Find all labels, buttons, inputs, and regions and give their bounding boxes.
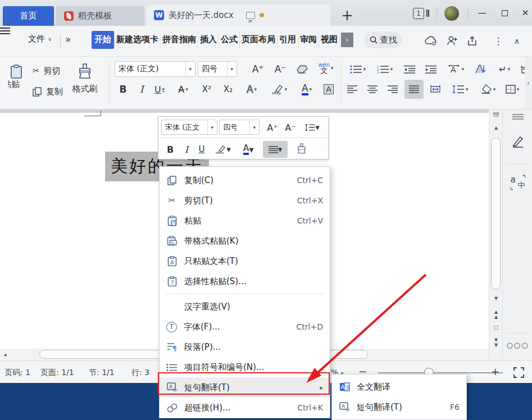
ribbon-overflow-button[interactable]: »: [65, 34, 71, 45]
tabs-scroll-right-button[interactable]: ›: [341, 33, 353, 47]
ruler-toggle-icon[interactable]: [489, 112, 503, 118]
window-count-button[interactable]: 1: [413, 8, 424, 19]
pinyin-guide-button[interactable]: wén 文 ▾: [315, 60, 337, 76]
cut-button[interactable]: ✂ 剪切: [33, 63, 61, 79]
scroll-down-arrow[interactable]: ▼: [489, 296, 503, 301]
mini-format-painter-button[interactable]: [292, 141, 311, 157]
more-options-icon[interactable]: ⋮: [490, 33, 507, 49]
tab-custom[interactable]: 新建选项卡: [114, 31, 160, 49]
file-menu[interactable]: 文件 ∨: [28, 34, 52, 44]
bold-button[interactable]: B: [115, 81, 131, 97]
browse-object-button[interactable]: □: [489, 325, 503, 330]
font-size-select[interactable]: 四号▾: [198, 61, 237, 77]
menu-item-font[interactable]: T 字体(F)... Ctrl+D: [160, 317, 330, 337]
mini-increase-font-button[interactable]: A⁺: [264, 120, 281, 135]
cloud-sync-icon[interactable]: [423, 33, 440, 49]
menu-item-phrase-translate[interactable]: A中 短句翻译(T) ▸: [160, 377, 330, 398]
menu-item-hanzi-reselect[interactable]: 汉字重选(V): [160, 296, 330, 317]
ribbon-scroll-right[interactable]: ›: [525, 57, 532, 109]
decrease-indent-button[interactable]: [400, 61, 419, 77]
mini-line-spacing-button[interactable]: ▾: [300, 120, 325, 135]
document-tab[interactable]: W 美好的一天.docx: [146, 4, 330, 26]
close-button[interactable]: ✕: [517, 6, 532, 20]
menu-item-paste-with-format[interactable]: 带格式粘贴(K): [160, 231, 330, 251]
minimize-button[interactable]: —: [474, 6, 490, 20]
font-name-select[interactable]: 宋体 (正文)▾: [115, 61, 195, 77]
submenu-item-full-translate[interactable]: A文 全文翻译: [332, 377, 466, 397]
docer-template-tab[interactable]: 稻壳模板: [56, 6, 144, 26]
tab-pinyin-guide[interactable]: 拼音指南: [160, 31, 198, 49]
superscript-button[interactable]: X²: [198, 81, 216, 97]
sidebar-more-icon[interactable]: ○○○: [503, 341, 532, 349]
justify-button[interactable]: [404, 80, 424, 99]
mini-highlight-button[interactable]: ▾: [211, 141, 235, 157]
menu-item-hyperlink[interactable]: 超链接(H)... Ctrl+K: [160, 398, 330, 418]
vertical-scroll-thumb[interactable]: [491, 138, 501, 289]
tab-insert[interactable]: 插入: [198, 31, 219, 49]
scroll-left-arrow[interactable]: ◂: [1, 352, 9, 357]
menu-item-paragraph[interactable]: ¶ 段落(P)...: [160, 337, 330, 357]
tab-formula[interactable]: 公式: [219, 31, 239, 49]
pen-edit-icon[interactable]: [503, 134, 532, 148]
collapse-ribbon-icon[interactable]: ∧: [508, 33, 525, 49]
mini-font-name-select[interactable]: 宋体 (正文▾: [161, 120, 217, 135]
mini-justify-button[interactable]: ▾: [263, 141, 288, 158]
menu-item-paste[interactable]: 粘贴 Ctrl+V: [160, 211, 330, 231]
menu-item-cut[interactable]: ✂ 剪切(T) Ctrl+X: [160, 190, 330, 211]
share-icon[interactable]: [464, 33, 481, 49]
zoom-in-button[interactable]: +: [491, 366, 499, 377]
text-effects-button[interactable]: A▾: [240, 81, 263, 97]
menu-item-paste-special[interactable]: ? 选择性粘贴(S)...: [160, 271, 330, 291]
wrap-button[interactable]: ↵▾: [492, 61, 517, 77]
clear-format-button[interactable]: [293, 61, 311, 77]
strikethrough-button[interactable]: A▾: [173, 81, 193, 97]
char-scale-button[interactable]: A▾: [443, 61, 469, 77]
scroll-up-arrow[interactable]: ▲: [489, 125, 503, 130]
maximize-button[interactable]: [496, 6, 513, 20]
sidebar-translate-icon[interactable]: a 中 ↰ ↳: [503, 176, 532, 189]
distribute-button[interactable]: [426, 81, 445, 97]
mini-underline-button[interactable]: U: [194, 141, 209, 157]
underline-button[interactable]: U▾: [150, 81, 169, 97]
sidebar-panel-icon[interactable]: [503, 114, 532, 120]
text-direction-button[interactable]: [471, 61, 490, 77]
paste-button[interactable]: 粘贴: [8, 60, 25, 94]
menu-item-paste-text-only[interactable]: A 只粘贴文本(T): [160, 251, 330, 271]
fullscreen-icon[interactable]: [513, 367, 524, 378]
search-button[interactable]: 查找: [364, 31, 402, 48]
increase-indent-button[interactable]: [421, 61, 440, 77]
home-tab[interactable]: 首页: [3, 6, 54, 26]
align-right-button[interactable]: [384, 81, 401, 97]
zoom-slider-track[interactable]: [378, 372, 503, 373]
font-color-button[interactable]: A▾: [295, 81, 319, 97]
avatar[interactable]: [444, 6, 459, 21]
previous-page-button[interactable]: ▲▲: [489, 309, 503, 319]
tab-section[interactable]: 章节: [339, 31, 340, 49]
mini-italic-button[interactable]: I: [180, 141, 193, 157]
mini-decrease-font-button[interactable]: A⁻: [282, 120, 299, 135]
decrease-font-button[interactable]: A⁻: [271, 61, 289, 77]
menu-item-copy[interactable]: 复制(C) Ctrl+C: [160, 170, 330, 190]
submenu-item-phrase-translate[interactable]: A中 短句翻译(T) F6: [332, 397, 466, 417]
tab-references[interactable]: 引用: [277, 31, 298, 49]
numbering-button[interactable]: 123▾: [373, 61, 397, 77]
char-shading-button[interactable]: A: [320, 81, 337, 97]
align-left-button[interactable]: [344, 81, 361, 97]
bullets-button[interactable]: ▾: [346, 61, 370, 77]
borders-button[interactable]: ▾: [501, 81, 524, 97]
highlight-button[interactable]: ▾: [267, 81, 292, 97]
mini-font-size-select[interactable]: 四号▾: [219, 120, 260, 135]
next-page-button[interactable]: ▼▼: [489, 337, 503, 348]
vertical-scrollbar[interactable]: ▲ ▼ ▲▲ □ ▼▼: [489, 109, 502, 360]
copy-button[interactable]: 复制: [33, 84, 63, 99]
menu-item-bullets-numbering[interactable]: 项目符号和编号(N)...: [160, 357, 330, 377]
align-center-button[interactable]: [364, 81, 381, 97]
tab-page-layout[interactable]: 页面布局: [239, 31, 277, 49]
subscript-button[interactable]: X₂: [219, 81, 237, 97]
format-painter-button[interactable]: 格式刷: [66, 60, 103, 97]
line-spacing-button[interactable]: ▾: [447, 81, 473, 97]
tab-view[interactable]: 视图: [319, 31, 339, 49]
new-tab-button[interactable]: +: [338, 7, 356, 24]
tab-home-start[interactable]: 开始: [92, 31, 114, 49]
increase-font-button[interactable]: A⁺: [249, 61, 267, 77]
